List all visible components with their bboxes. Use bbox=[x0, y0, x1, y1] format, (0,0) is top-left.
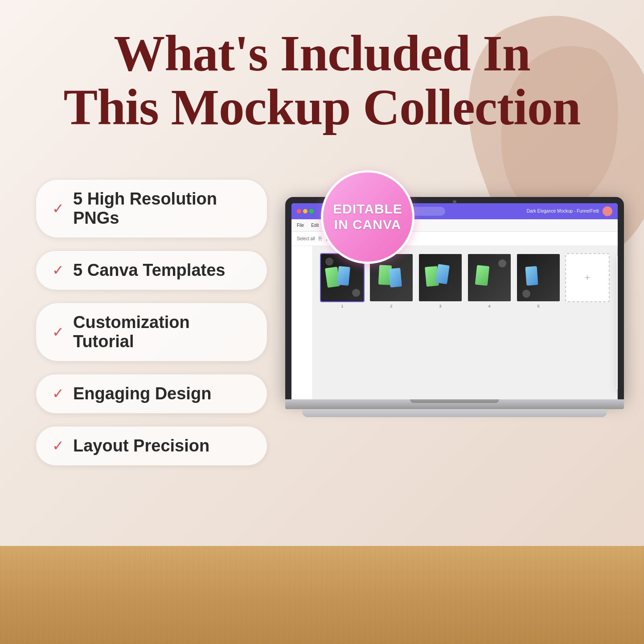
check-icon-4: ✓ bbox=[52, 385, 64, 402]
thumbnail-4[interactable] bbox=[467, 253, 512, 302]
feature-text-3: Customization Tutorial bbox=[73, 313, 251, 351]
topbar-right: Dark Elegance Mockup - FunnelFetti bbox=[527, 206, 612, 216]
editable-badge: EDITABLE IN CANVA bbox=[321, 170, 414, 264]
thumb-wrapper-5[interactable]: 5 bbox=[516, 253, 561, 308]
toolbar-icon-copy[interactable]: ⎘ bbox=[319, 235, 322, 242]
user-avatar[interactable] bbox=[603, 206, 612, 216]
laptop-bottom bbox=[302, 409, 607, 417]
canva-sidebar bbox=[291, 246, 313, 399]
thumb-number-1: 1 bbox=[341, 304, 343, 308]
title-section: What's Included In This Mockup Collectio… bbox=[36, 27, 608, 135]
check-icon-3: ✓ bbox=[52, 324, 64, 340]
badge-line-2: IN CANVA bbox=[334, 217, 402, 232]
badge-line-1: EDITABLE bbox=[333, 201, 402, 216]
window-controls bbox=[297, 209, 314, 213]
feature-text-4: Engaging Design bbox=[73, 384, 211, 403]
close-dot[interactable] bbox=[297, 209, 301, 213]
laptop-hinge bbox=[410, 399, 499, 403]
feature-item-5: ✓ Layout Precision bbox=[36, 426, 267, 466]
thumb-number-5: 5 bbox=[537, 304, 539, 308]
mock-card-blue-3 bbox=[435, 264, 450, 284]
feature-item-1: ✓ 5 High Resolution PNGs bbox=[36, 179, 267, 238]
thumbnail-3[interactable] bbox=[418, 253, 463, 302]
features-list: ✓ 5 High Resolution PNGs ✓ 5 Canva Templ… bbox=[36, 179, 267, 466]
title-line-2: This Mockup Collection bbox=[63, 79, 580, 135]
check-icon-2: ✓ bbox=[52, 262, 64, 279]
feature-item-4: ✓ Engaging Design bbox=[36, 374, 267, 414]
check-icon-5: ✓ bbox=[52, 437, 64, 454]
add-slide-button[interactable]: + bbox=[565, 253, 610, 302]
wood-surface bbox=[0, 546, 644, 644]
menu-edit[interactable]: Edit bbox=[311, 223, 319, 228]
thumb-number-3: 3 bbox=[439, 304, 441, 308]
thumb-number-2: 2 bbox=[390, 304, 392, 308]
canvas-white-area bbox=[617, 256, 618, 390]
add-icon: + bbox=[584, 271, 591, 283]
mock-card-blue-2 bbox=[389, 267, 402, 287]
thumb-decor-4 bbox=[498, 259, 506, 267]
thumb-wrapper-4[interactable]: 4 bbox=[467, 253, 512, 308]
laptop-base bbox=[285, 399, 624, 409]
canva-app-title: Dark Elegance Mockup - FunnelFetti bbox=[527, 209, 599, 213]
feature-item-3: ✓ Customization Tutorial bbox=[36, 303, 267, 361]
check-icon-1: ✓ bbox=[52, 200, 64, 217]
laptop-camera bbox=[453, 200, 456, 204]
thumb-decor-5 bbox=[522, 290, 530, 298]
canva-canvas-area bbox=[617, 246, 618, 399]
maximize-dot[interactable] bbox=[309, 209, 314, 213]
mock-card-4 bbox=[475, 265, 489, 286]
feature-text-5: Layout Precision bbox=[73, 436, 209, 455]
menu-file[interactable]: File bbox=[297, 223, 304, 228]
thumb-number-4: 4 bbox=[488, 304, 490, 308]
feature-text-2: 5 Canva Templates bbox=[73, 261, 225, 280]
thumb-decor bbox=[325, 258, 333, 266]
feature-text-1: 5 High Resolution PNGs bbox=[73, 189, 251, 228]
thumb-img-4 bbox=[468, 254, 511, 301]
thumb-wrapper-3[interactable]: 3 bbox=[418, 253, 463, 308]
feature-item-2: ✓ 5 Canva Templates bbox=[36, 250, 267, 290]
badge-text: EDITABLE IN CANVA bbox=[333, 201, 402, 232]
select-all-label[interactable]: Select all bbox=[297, 236, 315, 241]
thumbnail-5[interactable] bbox=[516, 253, 561, 302]
canva-main: 1 bbox=[291, 246, 618, 399]
page-title: What's Included In This Mockup Collectio… bbox=[36, 27, 608, 135]
mock-card-blue bbox=[337, 266, 350, 285]
minimize-dot[interactable] bbox=[303, 209, 308, 213]
mock-card-5 bbox=[525, 266, 538, 286]
thumb-img-5 bbox=[517, 254, 560, 301]
thumb-img-3 bbox=[419, 254, 462, 301]
thumb-decor-2 bbox=[352, 289, 360, 297]
canva-thumbnails-area: 1 bbox=[313, 246, 617, 399]
laptop-section: EDITABLE IN CANVA bbox=[285, 161, 624, 417]
wood-grain bbox=[0, 546, 644, 644]
title-line-1: What's Included In bbox=[114, 25, 530, 82]
